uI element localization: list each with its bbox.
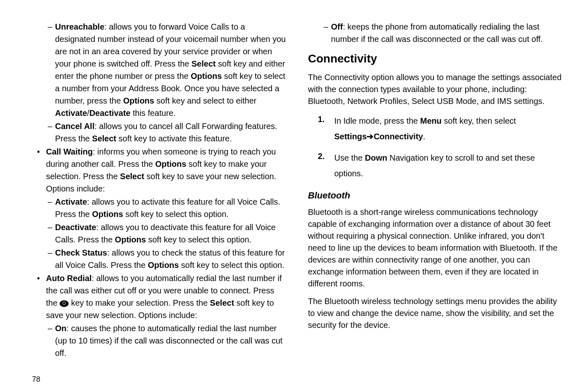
list-item-content: Activate: allows you to activate this fe… bbox=[55, 196, 288, 220]
text: soft key to select this option. bbox=[179, 261, 284, 270]
text: Use the bbox=[334, 153, 365, 162]
label-options: Options bbox=[155, 159, 187, 168]
label-check-status: Check Status bbox=[55, 248, 107, 257]
label-select: Select bbox=[210, 298, 234, 307]
text: In Idle mode, press the bbox=[334, 116, 420, 125]
label-select: Select bbox=[191, 59, 216, 68]
list-item-auto-redial: • Auto Redial: allows to you automatical… bbox=[37, 272, 288, 321]
label-deactivate: Deactivate bbox=[55, 223, 96, 232]
heading-bluetooth: Bluetooth bbox=[308, 189, 564, 202]
list-item-check-status: – Check Status: allows you to check the … bbox=[48, 247, 288, 271]
dash-marker: – bbox=[48, 322, 55, 359]
list-item-content: On: causes the phone to automatically re… bbox=[55, 322, 288, 359]
label-activate: Activate bbox=[55, 197, 87, 206]
list-item-deactivate: – Deactivate: allows you to deactivate t… bbox=[48, 221, 288, 246]
text: soft key to activate this feature. bbox=[116, 134, 232, 143]
label-options: Options bbox=[115, 235, 146, 244]
list-item-content: Off: keeps the phone from automatically … bbox=[331, 21, 564, 45]
bullet-marker: • bbox=[37, 145, 46, 195]
text: : causes the phone to automatically redi… bbox=[55, 324, 283, 357]
label-connectivity: Connectivity bbox=[374, 132, 423, 141]
dash-marker: – bbox=[48, 247, 55, 271]
text: soft key, then select bbox=[442, 116, 516, 125]
text: soft key to select this option. bbox=[146, 235, 251, 244]
para-bluetooth-1: Bluetooth is a short-range wireless comm… bbox=[308, 206, 564, 290]
columns-container: – Unreachable: allows you to forward Voi… bbox=[32, 21, 563, 367]
step-number: 1. bbox=[318, 113, 334, 144]
step-content: Use the Down Navigation key to scroll to… bbox=[334, 150, 564, 181]
dash-marker: – bbox=[48, 196, 55, 220]
label-call-waiting: Call Waiting bbox=[46, 147, 93, 156]
dash-marker: – bbox=[48, 21, 55, 119]
list-item-content: Auto Redial: allows to you automatically… bbox=[46, 272, 288, 321]
label-options: Options bbox=[191, 71, 222, 81]
bullet-marker: • bbox=[37, 272, 46, 321]
label-select: Select bbox=[92, 134, 116, 143]
step-2: 2. Use the Down Navigation key to scroll… bbox=[318, 150, 564, 181]
left-column: – Unreachable: allows you to forward Voi… bbox=[32, 21, 288, 367]
label-select: Select bbox=[120, 172, 144, 181]
list-item-content: Call Waiting: informs you when someone i… bbox=[46, 145, 288, 195]
list-item-content: Check Status: allows you to check the st… bbox=[55, 247, 288, 271]
label-unreachable: Unreachable bbox=[55, 22, 104, 31]
list-item-content: Unreachable: allows you to forward Voice… bbox=[55, 21, 288, 119]
label-activate: Activate bbox=[55, 108, 87, 118]
heading-connectivity: Connectivity bbox=[308, 50, 564, 67]
text: soft key and select to either bbox=[154, 96, 256, 105]
arrow-icon: ➔ bbox=[367, 129, 374, 144]
list-item-cancel-all: – Cancel All: allows you to cancel all C… bbox=[48, 120, 288, 145]
label-off: Off bbox=[331, 22, 343, 31]
list-item-unreachable: – Unreachable: allows you to forward Voi… bbox=[48, 21, 288, 119]
para-bluetooth-2: The Bluetooth wireless technology settin… bbox=[308, 295, 564, 331]
step-1: 1. In Idle mode, press the Menu soft key… bbox=[318, 113, 564, 144]
label-deactivate: Deactivate bbox=[89, 108, 130, 118]
list-item-content: Cancel All: allows you to cancel all Cal… bbox=[55, 120, 288, 145]
text: this feature. bbox=[130, 108, 175, 118]
label-auto-redial: Auto Redial bbox=[46, 274, 92, 283]
para-connectivity: The Connectivity option allows you to ma… bbox=[308, 71, 564, 107]
list-item-activate: – Activate: allows you to activate this … bbox=[48, 196, 288, 220]
list-item-on: – On: causes the phone to automatically … bbox=[48, 322, 288, 359]
period: . bbox=[423, 132, 425, 141]
text: soft key to select this option. bbox=[123, 210, 229, 219]
list-item-call-waiting: • Call Waiting: informs you when someone… bbox=[37, 145, 288, 195]
label-options: Options bbox=[92, 210, 123, 219]
label-on: On bbox=[55, 324, 67, 333]
list-item-content: Deactivate: allows you to deactivate thi… bbox=[55, 221, 288, 246]
text: key to make your selection. Press the bbox=[69, 298, 210, 307]
label-menu: Menu bbox=[420, 116, 442, 125]
page-number: 78 bbox=[32, 375, 563, 384]
text: : keeps the phone from automatically red… bbox=[331, 22, 543, 44]
dash-marker: – bbox=[48, 120, 55, 145]
list-item-off: – Off: keeps the phone from automaticall… bbox=[324, 21, 564, 45]
label-cancel-all: Cancel All bbox=[55, 122, 95, 131]
step-number: 2. bbox=[318, 150, 334, 181]
label-options: Options bbox=[123, 96, 154, 105]
label-options: Options bbox=[148, 261, 179, 270]
label-settings: Settings bbox=[334, 132, 367, 141]
dash-marker: – bbox=[324, 21, 331, 45]
step-content: In Idle mode, press the Menu soft key, t… bbox=[334, 113, 564, 144]
ok-key-icon bbox=[60, 300, 69, 307]
document-page: – Unreachable: allows you to forward Voi… bbox=[0, 0, 588, 392]
label-down: Down bbox=[365, 153, 387, 162]
dash-marker: – bbox=[48, 221, 55, 246]
right-column: – Off: keeps the phone from automaticall… bbox=[308, 21, 564, 367]
